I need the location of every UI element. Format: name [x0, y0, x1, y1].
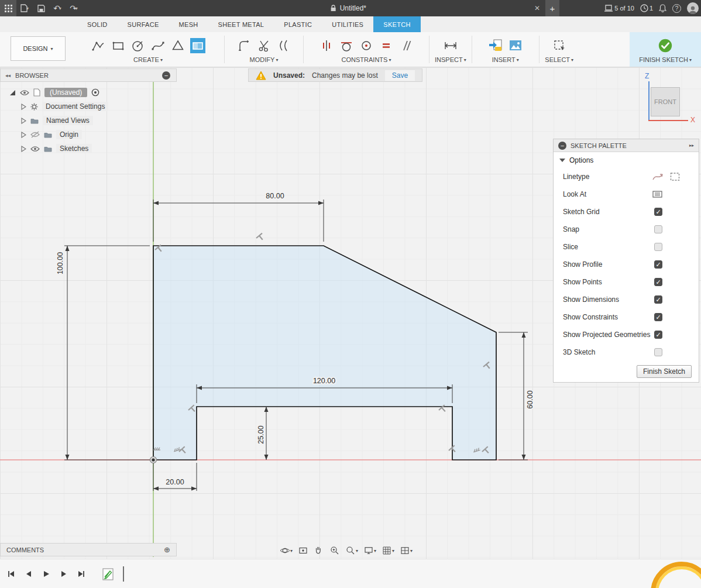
- spline-tool-button[interactable]: [150, 38, 166, 53]
- show-constraints-checkbox[interactable]: ✓: [654, 313, 662, 321]
- browser-header[interactable]: ◂◂ BROWSER –: [0, 68, 177, 82]
- options-section-header[interactable]: Options: [554, 152, 699, 168]
- finish-sketch-palette-button[interactable]: Finish Sketch: [637, 365, 692, 378]
- linetype-construction-icon[interactable]: [670, 172, 680, 181]
- trim-tool-button[interactable]: [256, 38, 272, 53]
- sketch-grid-checkbox[interactable]: ✓: [654, 208, 662, 216]
- job-status-button[interactable]: 1: [640, 4, 653, 12]
- 3d-sketch-checkbox[interactable]: ✓: [654, 348, 662, 356]
- new-tab-button[interactable]: +: [545, 0, 559, 16]
- dim-value-middle[interactable]: 120.00: [313, 377, 335, 385]
- tree-row-origin[interactable]: Origin: [0, 128, 177, 142]
- file-menu-button[interactable]: ▾: [16, 0, 33, 16]
- sketch-profile[interactable]: [153, 246, 496, 460]
- show-dimensions-checkbox[interactable]: ✓: [654, 295, 662, 304]
- timeline-step-forward-button[interactable]: [59, 569, 69, 579]
- polygon-tool-button[interactable]: [170, 38, 185, 53]
- tree-row-document-settings[interactable]: Document Settings: [0, 99, 177, 114]
- caret-right-icon[interactable]: [21, 118, 26, 124]
- horizontal-vertical-constraint-button[interactable]: [319, 38, 334, 53]
- orbit-button[interactable]: ▾: [280, 545, 293, 556]
- circle-tool-button[interactable]: [130, 38, 146, 53]
- zoom-button[interactable]: [329, 545, 340, 556]
- snap-checkbox[interactable]: ✓: [654, 225, 662, 233]
- show-points-checkbox[interactable]: ✓: [654, 278, 662, 286]
- viewcube[interactable]: Z FRONT X: [642, 72, 701, 128]
- tree-row-named-views[interactable]: Named Views: [0, 114, 177, 128]
- equal-constraint-button[interactable]: [379, 38, 394, 53]
- tab-sketch[interactable]: SKETCH: [373, 16, 420, 32]
- rectangle-tool-button[interactable]: [111, 38, 126, 53]
- save-link[interactable]: Save: [385, 70, 415, 81]
- look-at-icon[interactable]: [652, 190, 662, 199]
- dimension-left-height[interactable]: [64, 246, 150, 460]
- inspect-menu[interactable]: INSPECT ▾: [435, 56, 466, 65]
- help-button[interactable]: ?: [672, 4, 681, 13]
- caret-right-icon[interactable]: [21, 104, 26, 110]
- insert-canvas-button[interactable]: [508, 38, 523, 53]
- timeline-go-to-start-button[interactable]: [6, 569, 16, 579]
- expand-comments-icon[interactable]: ⊕: [164, 545, 170, 554]
- pan-button[interactable]: [314, 545, 324, 556]
- tab-surface[interactable]: SURFACE: [118, 16, 169, 32]
- dim-value-top[interactable]: 80.00: [266, 192, 284, 200]
- root-document-label[interactable]: (Unsaved): [44, 88, 87, 97]
- tab-utilities[interactable]: UTILITIES: [322, 16, 373, 32]
- dimension-top-width[interactable]: [153, 200, 324, 242]
- constraints-menu[interactable]: CONSTRAINTS ▾: [342, 56, 391, 65]
- timeline-position-marker[interactable]: [123, 566, 124, 582]
- tab-solid[interactable]: SOLID: [77, 16, 118, 32]
- viewports-button[interactable]: ▾: [400, 545, 413, 556]
- dim-value-step[interactable]: 25.00: [257, 425, 265, 443]
- tree-row-sketches[interactable]: Sketches: [0, 142, 177, 156]
- redo-button[interactable]: ↷ ▾: [66, 0, 82, 16]
- save-button[interactable]: [33, 0, 49, 16]
- tab-sheet-metal[interactable]: SHEET METAL: [208, 16, 274, 32]
- slice-checkbox[interactable]: ✓: [654, 243, 662, 251]
- timeline-sketch-feature[interactable]: [102, 566, 115, 582]
- parallel-constraint-button[interactable]: [398, 38, 414, 53]
- tree-item-label[interactable]: Origin: [56, 130, 82, 139]
- tab-plastic[interactable]: PLASTIC: [274, 16, 322, 32]
- offset-tool-button[interactable]: [276, 38, 291, 53]
- sketch-palette-header[interactable]: – SKETCH PALETTE ▸▸: [554, 139, 699, 152]
- fillet-tool-button[interactable]: [236, 38, 252, 53]
- tree-row-root[interactable]: (Unsaved): [0, 85, 177, 99]
- workspace-selector-button[interactable]: DESIGN ▾: [11, 36, 66, 61]
- dim-value-right[interactable]: 60.00: [526, 390, 534, 408]
- tab-mesh[interactable]: MESH: [169, 16, 208, 32]
- tree-item-label[interactable]: Document Settings: [42, 102, 108, 111]
- display-settings-button[interactable]: ▾: [363, 545, 376, 556]
- session-status[interactable]: 5 of 10: [604, 5, 634, 12]
- viewcube-front-face[interactable]: FRONT: [651, 87, 680, 116]
- line-tool-button[interactable]: [91, 38, 106, 53]
- avatar[interactable]: [687, 2, 699, 14]
- hide-palette-icon[interactable]: –: [558, 142, 566, 150]
- origin-point[interactable]: [150, 457, 157, 463]
- dimension-right-height[interactable]: [499, 332, 528, 460]
- insert-svg-button[interactable]: [488, 38, 503, 53]
- close-tab-button[interactable]: ✕: [530, 0, 544, 16]
- finish-sketch-menu[interactable]: FINISH SKETCH ▾: [639, 56, 692, 65]
- document-tab[interactable]: Untitled*: [331, 0, 366, 16]
- grid-snaps-button[interactable]: ▾: [382, 545, 394, 556]
- target-icon[interactable]: [91, 88, 99, 97]
- create-menu[interactable]: CREATE ▾: [133, 56, 163, 65]
- finish-sketch-button[interactable]: [658, 38, 673, 53]
- look-at-button[interactable]: [298, 545, 308, 556]
- measure-tool-button[interactable]: [443, 38, 458, 53]
- tangent-constraint-button[interactable]: [339, 38, 354, 53]
- notifications-button[interactable]: [659, 4, 666, 12]
- timeline-go-to-end-button[interactable]: [76, 569, 87, 579]
- timeline-play-button[interactable]: [41, 569, 51, 579]
- tree-item-label[interactable]: Sketches: [56, 144, 92, 153]
- app-grid-button[interactable]: [0, 0, 16, 16]
- caret-right-icon[interactable]: [21, 146, 26, 152]
- dim-value-bottom[interactable]: 20.00: [166, 478, 184, 486]
- show-profile-checkbox[interactable]: ✓: [654, 260, 662, 269]
- fit-button[interactable]: ▾: [345, 545, 358, 556]
- select-tool-button[interactable]: [552, 38, 567, 53]
- collapse-panel-icon[interactable]: ◂◂: [1, 73, 15, 78]
- caret-right-icon[interactable]: [21, 132, 26, 138]
- linetype-curve-icon[interactable]: [652, 172, 664, 181]
